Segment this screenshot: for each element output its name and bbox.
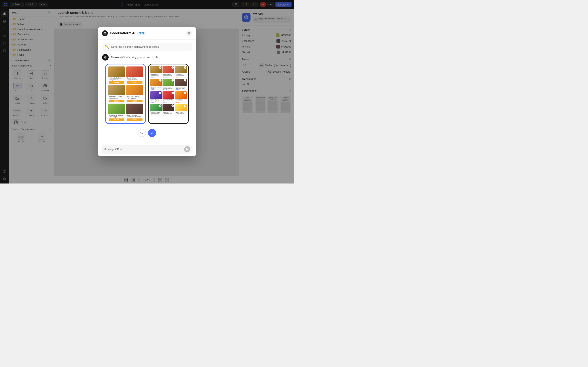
modal-body: ✏️ Generate a screen displaying food car… — [98, 40, 196, 142]
ai-message: Absolutely! Let's bring your screen to l… — [111, 54, 159, 59]
food-sm-9[interactable]: + Crispy Honey Glazed Salmon... $21.30 — [175, 91, 187, 103]
food-sm-2[interactable]: + Classic Italian Margherita Pizza $14.5… — [163, 66, 174, 78]
plus-icon-4[interactable]: + — [159, 79, 162, 82]
modal-header: CodePlatform AI BETA × — [98, 27, 196, 40]
food-card-5[interactable]: Mediterranean Quinoa Salad Delight $11.8… — [108, 104, 125, 121]
food-sm-12[interactable]: + Zesty Lemon Garlic Pasta Pri... $14.00 — [175, 104, 187, 116]
food-card-4[interactable]: Spicy Thai Coconut Curry Noodles $13.20 — [126, 85, 143, 103]
message-input-row — [101, 145, 193, 154]
modal-footer — [98, 142, 196, 156]
food-sm-3[interactable]: + Grilled Herb-Crusted Chicke... $15.75 — [175, 66, 187, 78]
regenerate-button[interactable] — [138, 129, 146, 137]
food-sm-4[interactable]: + Spicy Thai Coconut Curry... $13.20 — [150, 79, 162, 91]
food-card-6[interactable]: Savory Beef and Mushroom Stroganoff $19.… — [126, 104, 143, 121]
modal-logo — [102, 30, 108, 36]
modal-title-row: CodePlatform AI BETA — [102, 30, 146, 36]
prompt-row: ✏️ Generate a screen displaying food car… — [102, 43, 192, 51]
food-grid-left: Sizzling Garlic Butter Shrimp Platter $1… — [107, 65, 145, 122]
modal-close-button[interactable]: × — [186, 30, 192, 36]
modal-title: CodePlatform AI — [110, 31, 135, 35]
message-input[interactable] — [104, 148, 182, 151]
modal-actions — [102, 127, 192, 139]
beta-badge: BETA — [138, 32, 146, 35]
phone-preview-left[interactable]: Sizzling Garlic Butter Shrimp Platter $1… — [105, 64, 146, 124]
plus-icon-6[interactable]: + — [184, 79, 186, 82]
pencil-icon: ✏️ — [105, 45, 109, 49]
ai-modal: CodePlatform AI BETA × ✏️ Generate a scr… — [98, 27, 196, 156]
food-sm-6[interactable]: + Savory Beef and Mushroom Stro... $19.4… — [175, 79, 187, 91]
food-sm-7[interactable]: + Freshly Baked Blueberry Muffi... $5.99 — [150, 91, 162, 103]
food-card-3[interactable]: Grilled Herb-Crusted Chicken Breast $16.… — [108, 85, 125, 103]
send-button[interactable] — [184, 146, 190, 152]
plus-icon-9[interactable]: + — [184, 92, 186, 94]
prompt-text: Generate a screen displaying food cards — [111, 45, 189, 48]
preview-area: Sizzling Garlic Butter Shrimp Platter $1… — [102, 64, 192, 124]
food-sm-8[interactable]: + Vegetarian Stuffed Bell Pe... $12.50 — [163, 91, 174, 103]
food-card-1[interactable]: Sizzling Garlic Butter Shrimp Platter $1… — [108, 67, 125, 84]
plus-icon-7[interactable]: + — [159, 92, 162, 94]
modal-overlay: CodePlatform AI BETA × ✏️ Generate a scr… — [0, 0, 294, 184]
plus-icon-5[interactable]: + — [172, 79, 174, 82]
food-sm-5[interactable]: + Mediterranean Quinoa Salad D... $11.85 — [163, 79, 174, 91]
food-sm-1[interactable]: + Sizzling Garlic Butter Shrimp P... $18… — [150, 66, 162, 78]
ai-avatar — [102, 54, 109, 60]
food-sm-11[interactable]: + Rich Dark Chocolate Lava... $7.50 — [163, 104, 174, 116]
confirm-button[interactable] — [148, 129, 156, 137]
phone-preview-right[interactable]: + Sizzling Garlic Butter Shrimp P... $18… — [148, 64, 189, 124]
food-card-2[interactable]: Classic Italian Margherita Pizza $14.50 — [126, 67, 143, 84]
plus-icon-12[interactable]: + — [184, 104, 186, 107]
plus-icon-10[interactable]: + — [159, 104, 162, 107]
plus-icon-8[interactable]: + — [172, 92, 174, 94]
plus-icon-11[interactable]: + — [172, 104, 174, 107]
food-sm-10[interactable]: + Creamy Spinach and Artichoke D... $6.2… — [150, 104, 162, 116]
ai-response: Absolutely! Let's bring your screen to l… — [102, 54, 192, 60]
